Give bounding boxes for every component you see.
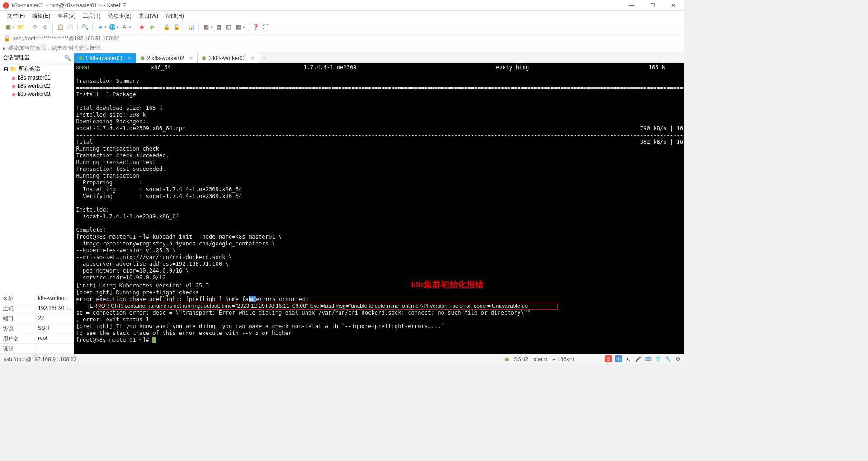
app-icon bbox=[3, 2, 9, 9]
toolbar: ▣▾ 📁 ⟳ ⊘ 📋 📄 🔍 ◄▾ 🌐▾ A▾ ◉ ◉ 🔒 🔓 📊 ▦▾ ▤ ▥… bbox=[0, 21, 684, 33]
layout4-icon[interactable]: ▦ bbox=[234, 23, 243, 32]
tab-close-icon[interactable]: × bbox=[251, 55, 254, 61]
tool1-icon[interactable]: 📊 bbox=[187, 23, 196, 32]
status-dot-icon bbox=[141, 56, 144, 60]
properties-panel: 名称k8s-worker... 主机192.168.91.... 端口22 协议… bbox=[0, 294, 74, 354]
hint-text: 要添加当前会话，点击左侧的箭头按钮。 bbox=[8, 44, 106, 52]
status-addr: ssh://root@192.168.91.100:22 bbox=[4, 356, 77, 362]
menu-window[interactable]: 窗口(W) bbox=[136, 11, 161, 21]
ime-s-icon[interactable]: S bbox=[605, 355, 612, 362]
folder-icon: 📁 bbox=[10, 66, 17, 72]
menu-edit[interactable]: 编辑(E) bbox=[29, 11, 53, 21]
window-title: k8s-master01 - root@k8s-master01:~ - Xsh… bbox=[12, 2, 621, 9]
app1-icon[interactable]: ◉ bbox=[137, 23, 146, 32]
prop-port-value: 22 bbox=[35, 314, 74, 324]
globe-icon[interactable]: 🌐 bbox=[108, 23, 117, 32]
session-icon: ◉ bbox=[12, 92, 16, 97]
ime-zh-icon[interactable]: 中 bbox=[615, 355, 622, 362]
nav-back-icon[interactable]: ◄ bbox=[95, 23, 104, 32]
system-tray: S 中 •, 🎤 ⌨ 👕 🔧 ⚙ bbox=[605, 354, 682, 364]
sidebar-search-icon[interactable]: 🔍 bbox=[64, 55, 71, 61]
menu-help[interactable]: 帮助(H) bbox=[163, 11, 187, 21]
prop-name-label: 名称 bbox=[0, 294, 35, 304]
sidebar: 会话管理器 🔍 ⊟📁所有会话 ◉k8s-master01 ◉k8s-worker… bbox=[0, 53, 74, 354]
prop-proto-label: 协议 bbox=[0, 324, 35, 334]
tab-add-button[interactable]: + bbox=[259, 55, 269, 61]
menu-file[interactable]: 文件(F) bbox=[5, 11, 28, 21]
disconnect-icon[interactable]: ⊘ bbox=[41, 23, 50, 32]
tab-worker02[interactable]: 2 k8s-worker02× bbox=[136, 53, 198, 63]
lock1-icon[interactable]: 🔒 bbox=[162, 23, 171, 32]
status-bar: ssh://root@192.168.91.100:22 SSH2 xterm … bbox=[0, 354, 684, 364]
status-ssh: SSH2 bbox=[514, 356, 528, 362]
hint-bar: ▸ 要添加当前会话，点击左侧的箭头按钮。 bbox=[0, 43, 684, 53]
tree-item-worker02[interactable]: ◉k8s-worker02 bbox=[10, 82, 72, 90]
prop-desc-label: 说明 bbox=[0, 344, 35, 353]
minimize-button[interactable]: — bbox=[621, 0, 642, 11]
prop-user-value: root bbox=[35, 334, 74, 343]
prop-name-value: k8s-worker... bbox=[35, 294, 74, 304]
status-dot-icon bbox=[79, 56, 82, 60]
status-dot-icon bbox=[505, 358, 509, 361]
tray-mic-icon[interactable]: 🎤 bbox=[635, 355, 642, 362]
help-icon[interactable]: ❓ bbox=[251, 23, 260, 32]
menu-tools[interactable]: 工具(T) bbox=[80, 11, 103, 21]
layout3-icon[interactable]: ▥ bbox=[224, 23, 233, 32]
tab-worker03[interactable]: 3 k8s-worker03× bbox=[198, 53, 259, 63]
lock2-icon[interactable]: 🔓 bbox=[172, 23, 181, 32]
prop-port-label: 端口 bbox=[0, 314, 35, 324]
session-icon: ◉ bbox=[12, 84, 16, 89]
tray-keyboard-icon[interactable]: ⌨ bbox=[645, 355, 652, 362]
address-bar: 🔒 ssh://root:***************@192.168.91.… bbox=[0, 33, 684, 43]
font-icon[interactable]: A bbox=[120, 23, 129, 32]
tab-master01[interactable]: 1 k8s-master01× bbox=[74, 53, 136, 63]
tray-skin-icon[interactable]: 👕 bbox=[655, 355, 662, 362]
status-size: 186x41 bbox=[557, 356, 575, 362]
terminal[interactable]: socat x86_64 1.7.4.4-1.oe2309 everything… bbox=[74, 63, 684, 354]
search-icon[interactable]: 🔍 bbox=[80, 23, 90, 32]
tree-item-worker03[interactable]: ◉k8s-worker03 bbox=[10, 90, 72, 98]
tray-punct-icon[interactable]: •, bbox=[625, 355, 632, 362]
app2-icon[interactable]: ◉ bbox=[147, 23, 156, 32]
tab-close-icon[interactable]: × bbox=[189, 55, 193, 61]
prop-user-label: 用户名 bbox=[0, 334, 35, 343]
paste-icon[interactable]: 📄 bbox=[66, 23, 75, 32]
session-tree: ⊟📁所有会话 ◉k8s-master01 ◉k8s-worker02 ◉k8s-… bbox=[0, 62, 74, 100]
layout2-icon[interactable]: ▤ bbox=[214, 23, 223, 32]
maximize-button[interactable]: ☐ bbox=[642, 0, 663, 11]
tab-bar: 1 k8s-master01× 2 k8s-worker02× 3 k8s-wo… bbox=[74, 53, 684, 63]
open-icon[interactable]: 📁 bbox=[16, 23, 25, 32]
expand-icon[interactable]: ⛶ bbox=[261, 23, 270, 32]
prop-desc-value bbox=[35, 344, 74, 353]
prop-host-label: 主机 bbox=[0, 304, 35, 314]
prop-host-value: 192.168.91.... bbox=[35, 304, 74, 314]
tree-item-master01[interactable]: ◉k8s-master01 bbox=[10, 74, 72, 82]
tab-close-icon[interactable]: × bbox=[128, 55, 131, 61]
lock-icon: 🔒 bbox=[4, 35, 10, 42]
sidebar-title: 会话管理器 bbox=[3, 54, 30, 61]
menu-tab[interactable]: 选项卡(B) bbox=[105, 11, 134, 21]
status-term: xterm bbox=[533, 356, 547, 362]
prop-proto-value: SSH bbox=[35, 324, 74, 334]
address-text[interactable]: ssh://root:***************@192.168.91.10… bbox=[13, 35, 119, 42]
status-dot-icon bbox=[202, 56, 206, 60]
titlebar: k8s-master01 - root@k8s-master01:~ - Xsh… bbox=[0, 0, 684, 11]
reconnect-icon[interactable]: ⟳ bbox=[31, 23, 40, 32]
tree-root[interactable]: ⊟📁所有会话 bbox=[2, 64, 72, 74]
menu-view[interactable]: 查看(V) bbox=[55, 11, 78, 21]
layout1-icon[interactable]: ▦ bbox=[202, 23, 211, 32]
session-icon: ◉ bbox=[12, 75, 16, 80]
tray-gear-icon[interactable]: ⚙ bbox=[675, 355, 682, 362]
menubar: 文件(F) 编辑(E) 查看(V) 工具(T) 选项卡(B) 窗口(W) 帮助(… bbox=[0, 11, 684, 21]
tray-tool-icon[interactable]: 🔧 bbox=[665, 355, 672, 362]
close-button[interactable]: ✕ bbox=[663, 0, 684, 11]
flag-icon: ▸ bbox=[3, 45, 5, 52]
copy-icon[interactable]: 📋 bbox=[56, 23, 65, 32]
new-session-icon[interactable]: ▣ bbox=[4, 23, 13, 32]
